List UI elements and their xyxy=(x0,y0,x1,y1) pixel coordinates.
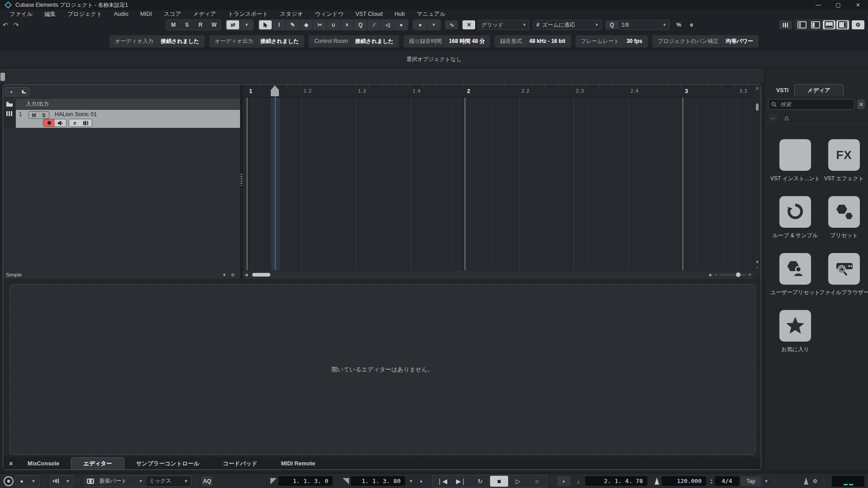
split-tool[interactable]: ✂ xyxy=(313,20,326,29)
shuttle-icon[interactable]: ◗ xyxy=(557,476,571,486)
tab-vsti[interactable]: VSTi xyxy=(771,84,794,96)
results-list-icon[interactable]: ≡ xyxy=(857,99,865,109)
tempo-mode-dropdown[interactable]: ▼ xyxy=(763,476,770,486)
audio-performance-meter[interactable] xyxy=(832,476,864,487)
punch-in-icon[interactable]: ▼ xyxy=(407,476,415,486)
vscroll-thumb[interactable] xyxy=(756,103,759,111)
scroll-left-icon[interactable]: ◀ xyxy=(245,272,248,277)
menu-item-11[interactable]: Hub xyxy=(389,10,411,18)
footer-gear-icon[interactable]: ⚙ xyxy=(229,272,237,277)
read-automation-button[interactable]: R xyxy=(194,20,207,29)
use-track-preset-button[interactable] xyxy=(17,88,29,96)
monitor-button[interactable] xyxy=(55,119,66,127)
play-button[interactable]: ▷ xyxy=(509,476,527,487)
minimize-button[interactable]: — xyxy=(808,0,828,10)
add-track-button[interactable]: + xyxy=(5,88,17,96)
erase-tool[interactable]: ◆ xyxy=(300,20,312,29)
left-zone-alt-toggle[interactable] xyxy=(809,20,822,29)
menu-item-4[interactable]: MIDI xyxy=(134,10,158,18)
ruler-options-icon[interactable]: ≣ xyxy=(755,85,759,91)
automation-curve-button[interactable]: ∿ xyxy=(445,20,458,29)
menu-item-8[interactable]: スタジオ xyxy=(274,10,309,18)
media-tile-user-preset[interactable] xyxy=(779,253,811,285)
media-tile-star[interactable] xyxy=(779,310,811,342)
record-button[interactable]: ○ xyxy=(528,476,546,487)
solo-all-button[interactable]: S xyxy=(180,20,193,29)
color-swatch-icon[interactable]: ● xyxy=(414,20,426,29)
vzoom-in-icon[interactable]: + xyxy=(756,265,758,270)
io-folder-track[interactable]: 入力/出力 xyxy=(3,99,240,110)
click-pattern-icon[interactable] xyxy=(4,476,14,486)
mute-all-button[interactable]: M xyxy=(167,20,179,29)
track-name[interactable]: HALion Sonic 01 xyxy=(55,111,97,117)
onscreen-keyboard-button[interactable] xyxy=(779,20,792,29)
auto-quantize-button[interactable]: AQ xyxy=(202,476,212,486)
zoom-tool[interactable]: Q xyxy=(354,20,367,29)
midi-record-mode-dropdown[interactable]: ▼ xyxy=(28,476,39,486)
zoom-in-icon[interactable]: + xyxy=(748,272,751,278)
line-tool[interactable]: ∕ xyxy=(368,20,380,29)
lower-zone-tab-3[interactable]: コードパッド xyxy=(211,458,269,469)
range-selection-tool[interactable]: I xyxy=(273,20,285,29)
record-enable-button[interactable] xyxy=(43,119,55,127)
hscroll-thumb[interactable] xyxy=(252,273,270,277)
goto-next-marker-button[interactable]: ▶❘ xyxy=(452,476,470,487)
zoom-out-icon[interactable]: − xyxy=(714,272,717,278)
autoscroll-icon[interactable]: ⇄ xyxy=(226,20,239,29)
menu-item-3[interactable]: Audio xyxy=(108,10,134,18)
glue-tool[interactable]: ∪ xyxy=(327,20,340,29)
track-mute-button[interactable]: M xyxy=(29,112,39,118)
audio-record-mode-icon[interactable] xyxy=(51,476,61,486)
secondary-time-display[interactable]: 2. 1. 4. 78 xyxy=(585,476,647,486)
undo-button[interactable]: ↶ xyxy=(0,21,11,28)
footer-dropdown-icon[interactable]: ▼ xyxy=(220,272,229,277)
audio-record-mode-dropdown[interactable]: ▼ xyxy=(62,476,73,486)
write-automation-button[interactable]: W xyxy=(208,20,220,29)
midi-record-mode-icon[interactable]: ● xyxy=(16,476,27,486)
track-view-preset[interactable]: Simple xyxy=(6,272,22,277)
color-tool[interactable]: ● xyxy=(395,20,407,29)
vzoom-dropdown-icon[interactable]: ▼ xyxy=(755,260,760,264)
menu-item-1[interactable]: 編集 xyxy=(38,10,61,18)
menu-item-2[interactable]: プロジェクト xyxy=(61,10,108,18)
tempo-track-icon[interactable] xyxy=(654,478,660,485)
setup-toolbar-button[interactable]: ⚙ xyxy=(852,20,864,29)
lower-zone-tab-2[interactable]: サンプラーコントロール xyxy=(124,458,211,469)
cycle-button[interactable]: ↻ xyxy=(471,476,489,487)
apply-quantize-button[interactable]: % xyxy=(672,20,685,29)
mute-tool[interactable]: × xyxy=(340,20,353,29)
home-icon[interactable]: ⌂ xyxy=(782,113,792,122)
close-lower-zone-icon[interactable]: × xyxy=(6,458,16,469)
mix-mode-select[interactable]: ミックス▼ xyxy=(146,476,191,486)
edit-instrument-button[interactable] xyxy=(80,119,92,127)
open-quantize-panel-button[interactable]: e xyxy=(685,20,698,29)
right-zone-toggle[interactable] xyxy=(836,20,849,29)
draw-tool[interactable]: ✎ xyxy=(286,20,299,29)
tap-tempo-button[interactable]: Tap xyxy=(741,476,761,486)
maximize-button[interactable]: ▢ xyxy=(828,0,848,10)
chord-pads-icon[interactable] xyxy=(85,476,96,486)
lower-zone-tab-1[interactable]: エディター xyxy=(71,457,124,469)
media-tile-file-browser[interactable] xyxy=(828,253,860,285)
media-tile-loop[interactable] xyxy=(779,196,811,228)
edit-channel-button[interactable]: e xyxy=(69,119,80,127)
tempo-stepper[interactable]: ▲▼ xyxy=(710,478,713,484)
media-tile-piano[interactable] xyxy=(779,139,811,171)
lower-zone-toggle[interactable] xyxy=(823,20,835,29)
timeline-ruler[interactable]: 11.21.31.422.22.32.433.2 xyxy=(243,84,753,98)
object-selection-tool[interactable] xyxy=(259,20,272,29)
zoom-slider[interactable] xyxy=(720,274,746,276)
snap-button[interactable]: ✕ xyxy=(462,20,475,29)
lower-zone-tab-0[interactable]: MixConsole xyxy=(16,458,71,469)
scroll-right-icon[interactable]: ▶ xyxy=(709,272,712,277)
tempo-display[interactable]: 120.000 xyxy=(662,476,706,486)
track-solo-button[interactable]: S xyxy=(39,112,49,118)
play-tool[interactable]: ◁ xyxy=(381,20,394,29)
right-locator-display[interactable]: 1. 1. 3. 80 xyxy=(351,476,405,486)
snap-type-select[interactable]: グリッド▼ xyxy=(478,20,529,30)
search-input[interactable] xyxy=(779,101,851,108)
left-locator-display[interactable]: 1. 1. 3. 0 xyxy=(278,476,333,486)
horizontal-scrollbar[interactable]: ◀ ▶ − + xyxy=(243,270,753,279)
menu-item-6[interactable]: メディア xyxy=(187,10,222,18)
track-row[interactable]: 1 M S HALion Sonic 01 xyxy=(3,110,240,128)
